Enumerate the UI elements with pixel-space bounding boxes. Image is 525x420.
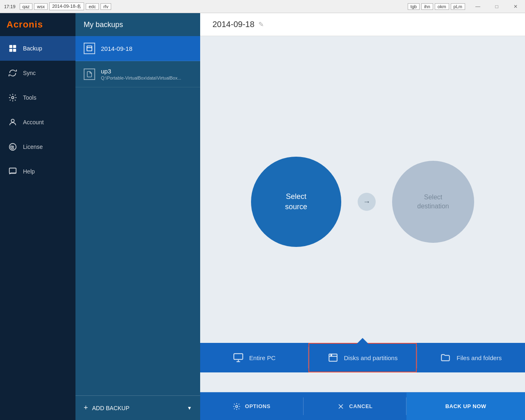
add-backup-label: ADD BACKUP: [92, 405, 130, 411]
backup-item-name-1: up3: [101, 68, 181, 75]
svg-point-5: [11, 119, 14, 122]
chevron-down-icon: ▼: [187, 405, 192, 411]
svg-rect-2: [9, 49, 12, 52]
window-controls: — □ ✕: [468, 0, 525, 13]
title-bar-right: tgb ihn okm pLm — □ ✕: [408, 0, 525, 13]
backup-item-icon-0: [84, 43, 95, 54]
options-icon: [233, 402, 241, 411]
tag-qaz: qaz: [20, 3, 33, 10]
disks-partitions-tab-label: Disks and partitions: [344, 354, 398, 361]
help-icon: [8, 167, 17, 176]
tag-edc: edc: [86, 3, 99, 10]
account-icon: [8, 118, 17, 127]
backup-now-label: BACK UP NOW: [445, 403, 486, 409]
title-bar-tags-right: tgb ihn okm pLm: [408, 3, 468, 10]
options-button[interactable]: OPTIONS: [200, 393, 303, 420]
backup-item-icon-1: [84, 68, 95, 80]
sidebar-item-label: Tools: [23, 94, 37, 101]
circles-container: Select source → Select destination: [251, 157, 474, 247]
source-selector: Entire PC Disks and partitions Files and…: [200, 343, 525, 372]
svg-rect-11: [234, 354, 243, 359]
files-folders-tab[interactable]: Files and folders: [417, 343, 525, 372]
main-content: 2014-09-18 ✎ Select source → Select dest…: [200, 13, 525, 420]
sidebar: Acronis Backup Sync: [0, 13, 75, 420]
backup-list: 2014-09-18 up3 Q:\Portable-VirtualBox\da…: [75, 36, 200, 395]
backup-item-info-0: 2014-09-18: [101, 45, 132, 52]
action-bar: OPTIONS CANCEL BACK UP NOW: [200, 392, 525, 420]
svg-point-6: [12, 146, 14, 148]
backup-item-1[interactable]: up3 Q:\Portable-VirtualBox\data\VirtualB…: [75, 61, 200, 87]
svg-rect-12: [329, 354, 337, 361]
sidebar-item-label: Backup: [23, 45, 42, 52]
sidebar-item-help[interactable]: Help: [0, 159, 75, 184]
backup-item-0[interactable]: 2014-09-18: [75, 36, 200, 61]
minimize-button[interactable]: —: [468, 0, 487, 13]
sidebar-item-backup[interactable]: Backup: [0, 36, 75, 61]
backup-panel: My backups 2014-09-18: [75, 13, 200, 420]
sidebar-item-tools[interactable]: Tools: [0, 85, 75, 110]
logo-text: Acronis: [7, 19, 43, 30]
arrow-icon: →: [358, 193, 376, 211]
sync-icon: [8, 68, 17, 78]
select-source-button[interactable]: Select source: [251, 157, 341, 247]
cancel-label: CANCEL: [349, 403, 372, 409]
folder-icon: [440, 352, 451, 363]
backup-now-button[interactable]: BACK UP NOW: [406, 393, 525, 420]
disks-partitions-tab[interactable]: Disks and partitions: [308, 343, 416, 372]
edit-icon[interactable]: ✎: [258, 21, 264, 28]
main-title: 2014-09-18: [212, 20, 254, 29]
select-destination-label: Select destination: [417, 193, 449, 211]
add-backup-button[interactable]: + ADD BACKUP ▼: [75, 395, 200, 420]
tag-tgb: tgb: [408, 3, 420, 10]
svg-rect-1: [13, 45, 16, 48]
svg-rect-3: [13, 49, 16, 52]
tag-date: 2014-09-18-名: [49, 2, 84, 10]
svg-point-14: [331, 355, 332, 356]
backup-panel-title: My backups: [75, 13, 200, 36]
cancel-button[interactable]: CANCEL: [304, 393, 406, 420]
files-folders-tab-label: Files and folders: [457, 354, 502, 361]
tools-icon: [8, 93, 17, 102]
file-icon: [86, 71, 93, 78]
tab-caret: [357, 338, 368, 344]
sidebar-item-account[interactable]: Account: [0, 110, 75, 135]
sidebar-item-label: Account: [23, 119, 44, 126]
tag-plm: pLm: [451, 3, 465, 10]
backup-item-name-0: 2014-09-18: [101, 45, 132, 52]
maximize-button[interactable]: □: [487, 0, 506, 13]
tag-rfv: rfv: [100, 3, 111, 10]
tag-ihn: ihn: [421, 3, 433, 10]
close-button[interactable]: ✕: [506, 0, 525, 13]
select-source-label: Select source: [285, 192, 307, 212]
svg-rect-9: [87, 46, 92, 51]
pc-icon: [233, 352, 244, 363]
tag-wsx: wsx: [34, 3, 48, 10]
clock: 17:19: [2, 4, 18, 9]
sidebar-item-license[interactable]: License: [0, 135, 75, 159]
backup-item-info-1: up3 Q:\Portable-VirtualBox\data\VirtualB…: [101, 68, 181, 80]
select-destination-button[interactable]: Select destination: [392, 161, 474, 243]
sidebar-nav: Backup Sync Tools: [0, 36, 75, 420]
image-icon: [86, 45, 93, 52]
sidebar-item-sync[interactable]: Sync: [0, 61, 75, 85]
cancel-icon: [337, 402, 345, 411]
backup-icon: [8, 44, 17, 53]
entire-pc-tab[interactable]: Entire PC: [200, 343, 308, 372]
svg-point-4: [11, 96, 14, 99]
svg-rect-0: [9, 45, 12, 48]
license-icon: [8, 142, 17, 151]
sidebar-item-label: Help: [23, 168, 35, 175]
svg-rect-8: [9, 168, 16, 173]
app-logo: Acronis: [0, 13, 75, 36]
backup-item-path-1: Q:\Portable-VirtualBox\data\VirtualBox..…: [101, 75, 181, 80]
app-container: Acronis Backup Sync: [0, 13, 525, 420]
svg-point-15: [236, 405, 238, 407]
add-icon: +: [84, 404, 88, 412]
options-label: OPTIONS: [245, 403, 270, 409]
title-bar: 17:19 qaz wsx 2014-09-18-名 edc rfv tgb i…: [0, 0, 525, 13]
disk-icon: [328, 352, 338, 363]
sidebar-item-label: Sync: [23, 70, 36, 76]
tag-okm: okm: [435, 3, 449, 10]
sidebar-item-label: License: [23, 144, 43, 150]
main-header: 2014-09-18 ✎: [200, 13, 525, 36]
